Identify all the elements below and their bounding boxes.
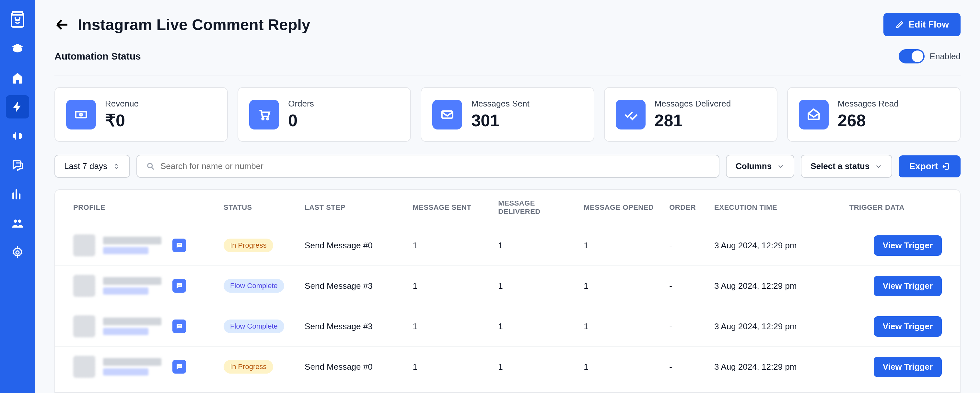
users-icon [11, 217, 24, 230]
svg-point-3 [18, 219, 21, 223]
svg-point-7 [262, 118, 264, 120]
edit-flow-button[interactable]: Edit Flow [883, 13, 961, 36]
execution-time-value: 3 Aug 2024, 12:29 pm [708, 306, 843, 347]
automation-status-row: Automation Status Enabled [54, 49, 961, 63]
double-check-icon [616, 100, 646, 130]
message-sent-value: 1 [406, 225, 492, 266]
chat-bubble-icon[interactable] [172, 320, 186, 333]
avatar [73, 235, 95, 257]
message-delivered-value: 1 [492, 306, 577, 347]
home-icon [11, 71, 24, 84]
date-range-selector[interactable]: Last 7 days [54, 155, 130, 178]
col-header-last-step: Last Step [298, 190, 406, 225]
table-row: Flow Complete Send Message #3 1 1 1 - 3 … [55, 266, 960, 306]
col-header-message-opened: Message Opened [577, 190, 663, 225]
svg-point-21 [179, 366, 180, 366]
message-opened-value: 1 [577, 306, 663, 347]
arrow-left-icon [54, 17, 70, 32]
svg-rect-5 [76, 111, 86, 117]
columns-label: Columns [736, 161, 772, 171]
order-value: - [663, 266, 708, 306]
message-delivered-value: 1 [492, 266, 577, 306]
svg-point-2 [14, 219, 17, 223]
svg-point-10 [148, 163, 152, 168]
view-trigger-button[interactable]: View Trigger [874, 276, 942, 296]
stats-row: Revenue₹0 Orders0 Messages Sent301 Messa… [54, 87, 961, 142]
automation-status-label: Automation Status [54, 51, 141, 62]
status-selector[interactable]: Select a status [801, 155, 892, 178]
stat-value: 0 [288, 111, 314, 130]
view-trigger-button[interactable]: View Trigger [874, 235, 942, 256]
sidebar-item-home[interactable] [6, 66, 29, 89]
svg-point-4 [16, 251, 19, 254]
chat-bubble-icon[interactable] [172, 360, 186, 374]
svg-point-6 [80, 113, 82, 116]
stat-value: 281 [655, 111, 731, 130]
megaphone-icon [11, 130, 24, 143]
search-box[interactable] [137, 155, 719, 178]
status-badge: Flow Complete [224, 279, 284, 293]
col-header-status: STATUS [217, 190, 298, 225]
svg-point-8 [267, 118, 269, 120]
svg-point-16 [180, 285, 180, 285]
stat-value: 268 [838, 111, 899, 130]
execution-table: PROFILE STATUS Last Step Message Sent Me… [54, 189, 961, 393]
view-trigger-button[interactable]: View Trigger [874, 357, 942, 377]
table-row: Flow Complete Send Message #3 1 1 1 - 3 … [55, 306, 960, 347]
stat-card-revenue: Revenue₹0 [54, 87, 228, 142]
execution-time-value: 3 Aug 2024, 12:29 pm [708, 347, 843, 387]
page-header: Instagram Live Comment Reply Edit Flow [54, 13, 961, 36]
sidebar-item-customers[interactable] [6, 212, 29, 235]
table-row: In Progress Send Message #0 1 1 1 - 3 Au… [55, 347, 960, 387]
last-step-value: Send Message #3 [298, 306, 406, 347]
sidebar-logo[interactable] [6, 8, 29, 31]
chat-bubble-icon[interactable] [172, 279, 186, 293]
col-header-message-sent: Message Sent [406, 190, 492, 225]
svg-point-14 [178, 285, 178, 285]
profile-cell[interactable] [73, 275, 211, 297]
back-button[interactable] [54, 17, 70, 32]
svg-point-12 [179, 244, 180, 245]
table-row: In Progress Send Message #0 1 1 1 - 3 Au… [55, 225, 960, 266]
automation-toggle[interactable] [899, 49, 924, 63]
svg-point-17 [178, 325, 178, 326]
profile-cell[interactable] [73, 356, 211, 378]
svg-point-18 [179, 325, 180, 326]
message-opened-value: 1 [577, 347, 663, 387]
status-badge: In Progress [224, 360, 273, 374]
edit-flow-label: Edit Flow [909, 19, 949, 30]
profile-handle-redacted [103, 368, 148, 376]
svg-point-0 [15, 19, 17, 21]
chevron-down-icon [875, 163, 883, 170]
sidebar-item-education[interactable] [6, 37, 29, 60]
envelope-open-icon [799, 100, 829, 130]
pencil-icon [895, 20, 904, 29]
sidebar-item-conversations[interactable] [6, 154, 29, 177]
columns-selector[interactable]: Columns [726, 155, 794, 178]
chat-bubble-icon[interactable] [172, 239, 186, 252]
col-header-execution-time: Execution Time [708, 190, 843, 225]
stat-label: Messages Sent [471, 99, 529, 109]
svg-point-1 [18, 19, 20, 21]
svg-point-13 [180, 244, 180, 245]
order-value: - [663, 347, 708, 387]
message-delivered-value: 1 [492, 225, 577, 266]
svg-point-20 [178, 366, 178, 366]
sidebar-item-automation[interactable] [6, 95, 29, 119]
message-sent-value: 1 [406, 347, 492, 387]
automation-toggle-label: Enabled [930, 51, 961, 62]
filters-row: Last 7 days Columns Select a status Expo… [54, 155, 961, 178]
graduation-cap-icon [11, 42, 24, 55]
page-title: Instagram Live Comment Reply [78, 16, 310, 34]
profile-cell[interactable] [73, 235, 211, 257]
message-opened-value: 1 [577, 266, 663, 306]
view-trigger-button[interactable]: View Trigger [874, 316, 942, 337]
col-header-order: Order [663, 190, 708, 225]
stat-card-orders: Orders0 [237, 87, 411, 142]
search-input[interactable] [161, 161, 710, 171]
sidebar-item-settings[interactable] [6, 241, 29, 264]
sidebar-item-campaigns[interactable] [6, 124, 29, 147]
profile-cell[interactable] [73, 315, 211, 338]
sidebar-item-analytics[interactable] [6, 182, 29, 206]
export-button[interactable]: Export [899, 155, 961, 177]
